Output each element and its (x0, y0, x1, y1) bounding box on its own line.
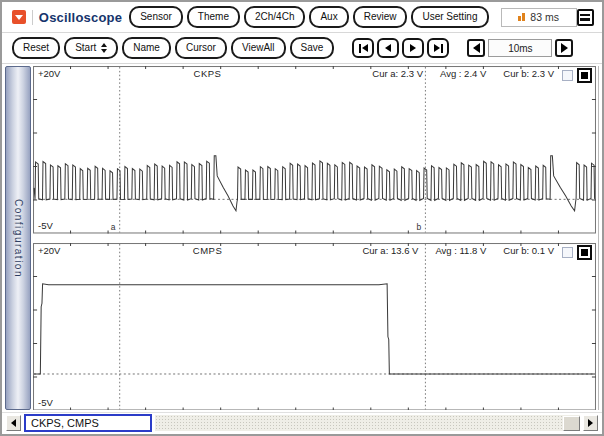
start-button[interactable]: Start (64, 37, 118, 59)
ch1-name-label: CKPS (194, 69, 222, 79)
channel-1-ckps: +20V CKPS Cur a: 2.3 V Avg : 2.4 V Cur b… (33, 66, 596, 234)
ch1-avg-readout: Avg : 2.4 V (440, 69, 486, 79)
horizontal-scrollbar-track[interactable] (155, 415, 580, 431)
cursor-a-label: a (111, 223, 116, 232)
ch1-scale-bottom-label: -5V (38, 221, 53, 231)
ch1-cursor-b-readout: Cur b: 2.3 V (503, 69, 554, 79)
ch2-name-label: CMPS (193, 246, 222, 256)
trigger-time-display: 83 ms (501, 8, 577, 27)
name-button[interactable]: Name (122, 37, 171, 59)
next-frame-button[interactable] (402, 38, 424, 58)
prev-frame-button[interactable] (377, 38, 399, 58)
channel-names-tab[interactable]: CKPS, CMPS (24, 414, 152, 432)
timebase-decrease-button[interactable] (467, 39, 485, 57)
configuration-panel-handle[interactable]: Configuration (5, 66, 31, 410)
start-button-label: Start (75, 43, 96, 53)
channel-mode-button[interactable]: 2Ch/4Ch (244, 6, 305, 28)
save-button[interactable]: Save (290, 37, 335, 59)
ch2-checkbox[interactable] (562, 247, 573, 258)
toolbar-controls: Reset Start Name Cursor ViewAll Save 10m… (2, 33, 602, 64)
ch2-scale-top-label: +20V (38, 246, 60, 256)
scroll-left-button[interactable] (6, 415, 21, 431)
status-bar: CKPS, CMPS (2, 413, 602, 434)
frame-nav-group (352, 38, 449, 58)
user-setting-button[interactable]: User Setting (411, 6, 488, 28)
list-menu-icon[interactable] (577, 9, 594, 26)
cursor-b-label: b (416, 223, 421, 232)
reset-button[interactable]: Reset (12, 37, 60, 59)
ch1-cursor-a-readout: Cur a: 2.3 V (372, 69, 423, 79)
page-title: Oscilloscope (39, 10, 122, 25)
ch2-scale-bottom-label: -5V (38, 398, 53, 408)
waveform-plot-ckps[interactable] (33, 66, 596, 234)
timebase-group: 10ms (467, 39, 573, 57)
ch1-scale-top-label: +20V (38, 69, 60, 79)
ch2-avg-readout: Avg : 11.8 V (435, 246, 486, 256)
configuration-label: Configuration (13, 199, 24, 278)
divider (32, 10, 33, 25)
theme-button[interactable]: Theme (187, 6, 240, 28)
main-area: Configuration +20V CKPS Cur a: 2.3 V Avg… (2, 64, 602, 413)
toolbar-main: Oscilloscope Sensor Theme 2Ch/4Ch Aux Re… (2, 2, 602, 33)
waveform-plot-cmps[interactable] (33, 243, 596, 411)
aux-button[interactable]: Aux (309, 6, 348, 28)
viewall-button[interactable]: ViewAll (231, 37, 286, 59)
timebase-value: 10ms (488, 39, 552, 57)
last-frame-button[interactable] (427, 38, 449, 58)
channel-2-cmps: +20V CMPS Cur a: 13.6 V Avg : 11.8 V Cur… (33, 243, 596, 411)
ch1-checkbox[interactable] (562, 70, 573, 81)
trigger-time-icon (518, 13, 525, 21)
review-button[interactable]: Review (353, 6, 408, 28)
cursor-button[interactable]: Cursor (175, 37, 227, 59)
timebase-increase-button[interactable] (555, 39, 573, 57)
spinner-arrows-icon (101, 43, 107, 53)
channel-plots: +20V CKPS Cur a: 2.3 V Avg : 2.4 V Cur b… (33, 66, 599, 410)
ch2-readouts: Cur a: 13.6 V Avg : 11.8 V Cur b: 0.1 V (362, 246, 554, 256)
ch2-cursor-a-readout: Cur a: 13.6 V (362, 246, 418, 256)
ch1-readouts: Cur a: 2.3 V Avg : 2.4 V Cur b: 2.3 V (372, 69, 554, 79)
ch1-active-indicator-button[interactable] (577, 68, 592, 83)
trigger-time-value: 83 ms (530, 11, 559, 23)
oscilloscope-window: Oscilloscope Sensor Theme 2Ch/4Ch Aux Re… (0, 0, 604, 436)
first-frame-button[interactable] (352, 38, 374, 58)
ch2-active-indicator-button[interactable] (577, 245, 592, 260)
scroll-right-button[interactable] (583, 415, 598, 431)
scrollbar-thumb[interactable] (563, 416, 580, 431)
ch2-cursor-b-readout: Cur b: 0.1 V (503, 246, 554, 256)
app-menu-icon[interactable] (12, 10, 26, 24)
sensor-button[interactable]: Sensor (129, 6, 183, 28)
